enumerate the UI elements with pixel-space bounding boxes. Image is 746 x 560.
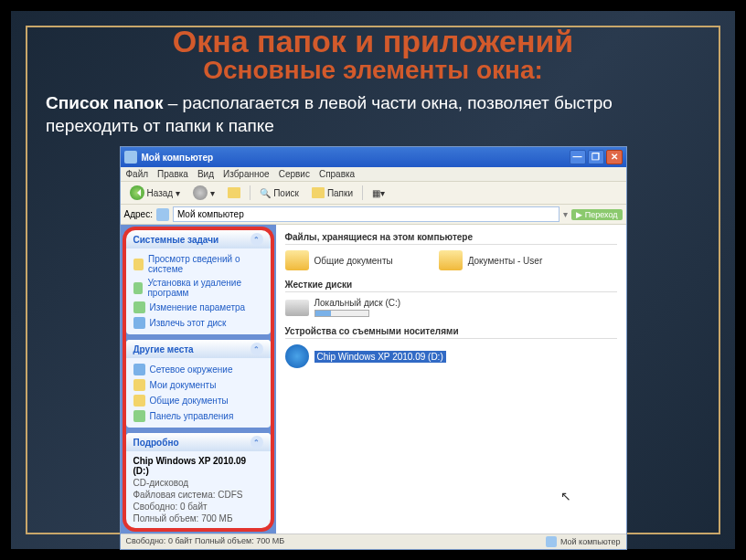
- details-free: Свободно: 0 байт: [133, 501, 263, 512]
- menu-edit[interactable]: Правка: [157, 169, 188, 179]
- menu-tools[interactable]: Сервис: [279, 169, 310, 179]
- back-label: Назад: [147, 188, 174, 198]
- forward-icon: [193, 185, 208, 200]
- folders-button[interactable]: Папки: [308, 186, 357, 199]
- details-type: CD-дисковод: [133, 477, 263, 489]
- place-label: Сетевое окружение: [150, 365, 233, 375]
- address-dropdown[interactable]: ▾: [563, 209, 568, 219]
- space-bar: [314, 310, 369, 317]
- views-button[interactable]: ▦▾: [368, 187, 389, 199]
- address-label: Адрес:: [124, 209, 153, 219]
- place-item[interactable]: Сетевое окружение: [133, 362, 263, 377]
- details-heading: Chip Windows XP 2010.09 (D:): [133, 455, 263, 477]
- close-button[interactable]: ✕: [606, 150, 623, 164]
- status-right: Мой компьютер: [560, 537, 621, 546]
- search-label: Поиск: [273, 188, 299, 198]
- chevron-icon: ⌃: [250, 233, 263, 246]
- place-item[interactable]: Панель управления: [133, 408, 263, 424]
- folder-item[interactable]: Документы - User: [439, 250, 543, 270]
- main-content: Файлы, хранящиеся на этом компьютере Общ…: [276, 225, 626, 534]
- place-item[interactable]: Мои документы: [133, 377, 263, 393]
- folder-icon: [285, 250, 309, 270]
- chevron-icon: ⌃: [250, 343, 263, 355]
- slide-title-2: Основные элементы окна:: [18, 56, 728, 85]
- minimize-button[interactable]: —: [570, 150, 586, 164]
- maximize-button[interactable]: ❐: [588, 150, 604, 164]
- cursor-icon: ↖: [560, 489, 571, 503]
- status-bar: Свободно: 0 байт Полный объем: 700 МБ Мо…: [121, 534, 626, 549]
- up-icon: [228, 187, 240, 198]
- address-bar: Адрес: ▾ ▶ Переход: [121, 205, 626, 225]
- tasks-title: Системные задачи: [133, 235, 219, 245]
- drive-icon: [285, 300, 309, 316]
- install-icon: [133, 282, 144, 294]
- folder-label: Общие документы: [314, 256, 393, 266]
- places-title: Другие места: [133, 344, 194, 354]
- up-button[interactable]: [224, 186, 244, 199]
- cd-label: Chip Windows XP 2010.09 (D:): [314, 351, 446, 363]
- section-hdd-header: Жесткие диски: [285, 280, 617, 292]
- status-left: Свободно: 0 байт Полный объем: 700 МБ: [126, 536, 285, 547]
- places-panel: Другие места⌃ Сетевое окружение Мои доку…: [126, 340, 271, 428]
- task-label: Извлечь этот диск: [150, 318, 227, 328]
- section-files-header: Файлы, хранящиеся на этом компьютере: [285, 232, 617, 245]
- control-icon: [133, 410, 145, 422]
- tasks-header[interactable]: Системные задачи⌃: [126, 230, 271, 248]
- drive-label: Локальный диск (C:): [314, 298, 401, 308]
- forward-button[interactable]: ▾: [189, 185, 218, 201]
- back-icon: [130, 185, 144, 200]
- cd-icon: [285, 344, 309, 368]
- back-button[interactable]: Назад ▾: [126, 185, 185, 201]
- details-header[interactable]: Подробно⌃: [126, 433, 271, 451]
- go-button[interactable]: ▶ Переход: [571, 209, 622, 220]
- menu-bar: Файл Правка Вид Избранное Сервис Справка: [121, 167, 626, 182]
- places-header[interactable]: Другие места⌃: [126, 340, 271, 358]
- chevron-icon: ⌃: [250, 436, 263, 449]
- place-label: Панель управления: [150, 411, 234, 421]
- task-item[interactable]: Извлечь этот диск: [133, 315, 263, 331]
- task-label: Просмотр сведений о системе: [148, 254, 262, 274]
- separator: [250, 185, 250, 200]
- network-icon: [133, 364, 145, 375]
- side-panel: Системные задачи⌃ Просмотр сведений о си…: [121, 225, 276, 534]
- status-icon: [546, 536, 557, 547]
- task-label: Установка и удаление программ: [147, 278, 262, 298]
- toolbar: Назад ▾ ▾ 🔍 Поиск Папки ▦▾: [121, 182, 626, 205]
- place-label: Мои документы: [150, 380, 217, 390]
- task-item[interactable]: Просмотр сведений о системе: [133, 252, 263, 276]
- explorer-window: Мой компьютер — ❐ ✕ Файл Правка Вид Избр…: [120, 146, 627, 550]
- task-item[interactable]: Изменение параметра: [133, 300, 263, 315]
- folders-icon: [312, 187, 325, 198]
- folder-label: Документы - User: [468, 256, 543, 266]
- search-button[interactable]: 🔍 Поиск: [256, 187, 303, 199]
- eject-icon: [133, 317, 145, 329]
- address-input[interactable]: [173, 206, 560, 222]
- shareddocs-icon: [133, 395, 145, 407]
- slide-description: Список папок – располагается в левой час…: [18, 92, 728, 146]
- mydocs-icon: [133, 379, 145, 391]
- details-panel: Подробно⌃ Chip Windows XP 2010.09 (D:) C…: [126, 433, 271, 528]
- menu-favorites[interactable]: Избранное: [223, 169, 270, 179]
- details-title: Подробно: [133, 438, 179, 448]
- section-removable-header: Устройства со съемными носителями: [285, 326, 617, 339]
- task-item[interactable]: Установка и удаление программ: [133, 276, 263, 300]
- folders-label: Папки: [327, 188, 353, 198]
- separator: [362, 185, 363, 200]
- window-icon: [124, 151, 137, 164]
- folder-item[interactable]: Общие документы: [285, 250, 393, 270]
- menu-help[interactable]: Справка: [319, 169, 355, 179]
- place-item[interactable]: Общие документы: [133, 393, 263, 408]
- address-icon: [156, 208, 169, 221]
- desc-term: Список папок: [46, 93, 163, 112]
- folder-icon: [439, 250, 463, 270]
- drive-item[interactable]: Локальный диск (C:): [285, 298, 617, 317]
- menu-file[interactable]: Файл: [126, 169, 149, 179]
- tasks-panel: Системные задачи⌃ Просмотр сведений о си…: [126, 230, 271, 334]
- info-icon: [133, 259, 144, 270]
- titlebar[interactable]: Мой компьютер — ❐ ✕: [121, 147, 626, 167]
- cd-item[interactable]: Chip Windows XP 2010.09 (D:): [285, 344, 617, 368]
- go-label: Переход: [585, 210, 618, 219]
- place-label: Общие документы: [150, 396, 229, 406]
- details-total: Полный объем: 700 МБ: [133, 512, 263, 524]
- menu-view[interactable]: Вид: [197, 169, 214, 179]
